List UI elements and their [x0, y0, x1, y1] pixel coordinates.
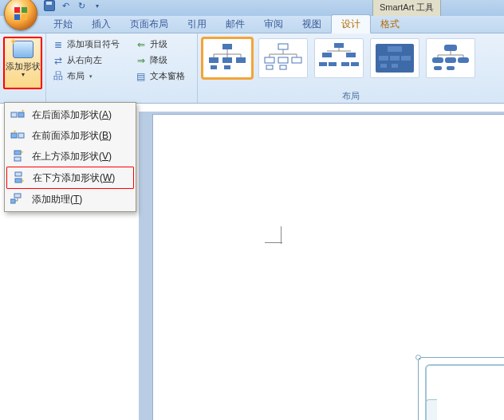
- save-icon[interactable]: [44, 0, 55, 11]
- svg-rect-11: [222, 57, 232, 63]
- menu-add-before-label: 在前面添加形状(B): [32, 129, 112, 143]
- svg-rect-13: [211, 65, 217, 69]
- svg-rect-14: [224, 65, 230, 69]
- layout-thumb-5[interactable]: [426, 38, 475, 78]
- tab-page-layout[interactable]: 页面布局: [120, 15, 178, 33]
- menu-add-after[interactable]: ✦ 在后面添加形状(A): [6, 104, 134, 125]
- svg-rect-0: [14, 7, 20, 13]
- svg-rect-38: [401, 56, 411, 61]
- undo-icon[interactable]: ↶: [60, 0, 71, 11]
- add-below-icon: ✦: [10, 171, 26, 185]
- layout-thumb-4[interactable]: [370, 38, 419, 78]
- tab-home[interactable]: 开始: [44, 15, 82, 33]
- menu-add-assistant[interactable]: 添加助理(T): [6, 189, 134, 210]
- svg-text:✦: ✦: [13, 130, 17, 134]
- svg-rect-42: [432, 57, 443, 63]
- svg-rect-43: [445, 57, 456, 63]
- menu-add-below[interactable]: ✦ 在下方添加形状(W): [6, 167, 134, 189]
- menu-add-above-label: 在上方添加形状(V): [32, 150, 112, 163]
- svg-rect-29: [329, 62, 337, 66]
- add-shape-label: 添加形状: [6, 61, 41, 71]
- svg-rect-27: [346, 53, 356, 57]
- smartart-selection-frame[interactable]: [ [文: [418, 357, 504, 420]
- text-pane-label: 文本窗格: [150, 70, 185, 82]
- promote-icon: ⇐: [135, 38, 147, 50]
- bullet-icon: ≣: [52, 38, 64, 50]
- svg-rect-16: [265, 57, 274, 63]
- promote-label: 升级: [150, 38, 167, 50]
- svg-rect-35: [388, 46, 402, 52]
- layouts-group-label: 布局: [198, 90, 504, 102]
- svg-rect-10: [209, 57, 219, 63]
- tab-references[interactable]: 引用: [178, 15, 216, 33]
- svg-rect-26: [322, 53, 332, 57]
- add-shape-button[interactable]: 添加形状 ▾: [3, 37, 42, 89]
- add-bullet-button[interactable]: ≣ 添加项目符号: [49, 37, 126, 51]
- smartart-canvas[interactable]: [ [文: [425, 364, 504, 420]
- layout-button[interactable]: 品 布局 ▾: [49, 69, 126, 83]
- demote-button[interactable]: ⇒ 降级: [132, 53, 194, 67]
- svg-rect-15: [278, 44, 288, 49]
- context-tab-title: SmartArt 工具: [372, 0, 441, 16]
- menu-add-after-label: 在后面添加形状(A): [32, 108, 112, 122]
- svg-rect-24: [280, 65, 286, 69]
- ribbon-tabs: 开始 插入 页面布局 引用 邮件 审阅 视图 设计 格式: [0, 16, 504, 33]
- document-background: [ [文: [139, 112, 504, 420]
- tab-design[interactable]: 设计: [331, 14, 371, 33]
- add-before-icon: ✦: [10, 128, 26, 143]
- add-shape-dropdown: ✦ 在后面添加形状(A) ✦ 在前面添加形状(B) ✦ 在上方添加形状(V) ✦…: [4, 102, 136, 212]
- tab-mailings[interactable]: 邮件: [216, 15, 254, 33]
- promote-button[interactable]: ⇐ 升级: [132, 37, 194, 51]
- svg-rect-66: [10, 199, 15, 203]
- demote-label: 降级: [150, 54, 167, 66]
- text-pane-toggle[interactable]: [426, 399, 437, 420]
- add-assistant-icon: [10, 192, 26, 206]
- add-after-icon: ✦: [10, 108, 26, 122]
- menu-add-above[interactable]: ✦ 在上方添加形状(V): [6, 146, 134, 167]
- svg-rect-17: [278, 57, 288, 63]
- svg-rect-40: [392, 64, 398, 68]
- menu-add-before[interactable]: ✦ 在前面添加形状(B): [6, 125, 134, 146]
- svg-rect-4: [222, 44, 232, 49]
- svg-rect-30: [341, 62, 349, 66]
- svg-text:✦: ✦: [21, 109, 25, 113]
- svg-rect-50: [447, 66, 455, 70]
- svg-rect-44: [458, 57, 469, 63]
- svg-rect-28: [319, 62, 327, 66]
- svg-rect-23: [266, 65, 273, 69]
- tab-format[interactable]: 格式: [371, 15, 409, 33]
- layout-thumb-3[interactable]: [314, 38, 364, 78]
- chevron-down-icon: ▾: [89, 73, 93, 80]
- layout-thumb-1[interactable]: [203, 38, 252, 78]
- tab-insert[interactable]: 插入: [82, 15, 120, 33]
- svg-rect-63: [14, 194, 21, 198]
- rtl-icon: ⇄: [52, 54, 64, 66]
- ribbon: 添加形状 ▾ ≣ 添加项目符号 ⇄ 从右向左 品 布局 ▾ ⇐ 升: [0, 33, 504, 104]
- chevron-down-icon: ▾: [22, 71, 25, 78]
- title-bar: ↶ ↻ ▾ SmartArt 工具: [0, 0, 504, 16]
- text-pane-button[interactable]: ▤ 文本窗格: [132, 69, 194, 83]
- margin-corner-marker: [265, 226, 282, 244]
- svg-rect-55: [18, 133, 24, 138]
- svg-rect-58: [14, 157, 21, 161]
- right-to-left-button[interactable]: ⇄ 从右向左: [49, 53, 126, 67]
- layout-small-label: 布局: [67, 70, 85, 82]
- tab-review[interactable]: 审阅: [254, 15, 293, 33]
- right-to-left-label: 从右向左: [67, 54, 102, 66]
- svg-rect-1: [22, 7, 27, 13]
- demote-icon: ⇒: [135, 54, 147, 66]
- layout-thumb-2[interactable]: [258, 38, 308, 78]
- svg-text:✦: ✦: [20, 150, 24, 155]
- add-above-icon: ✦: [10, 149, 26, 163]
- menu-add-below-label: 在下方添加形状(W): [33, 171, 115, 185]
- tab-view[interactable]: 视图: [293, 15, 331, 33]
- svg-rect-3: [22, 14, 27, 20]
- qat-customize-icon[interactable]: ▾: [92, 0, 103, 11]
- svg-text:✦: ✦: [21, 179, 25, 183]
- svg-rect-51: [11, 112, 17, 117]
- svg-rect-60: [15, 172, 22, 176]
- svg-rect-49: [434, 66, 442, 70]
- redo-icon[interactable]: ↻: [76, 0, 87, 11]
- svg-rect-41: [444, 45, 457, 51]
- menu-add-assistant-label: 添加助理(T): [32, 193, 82, 206]
